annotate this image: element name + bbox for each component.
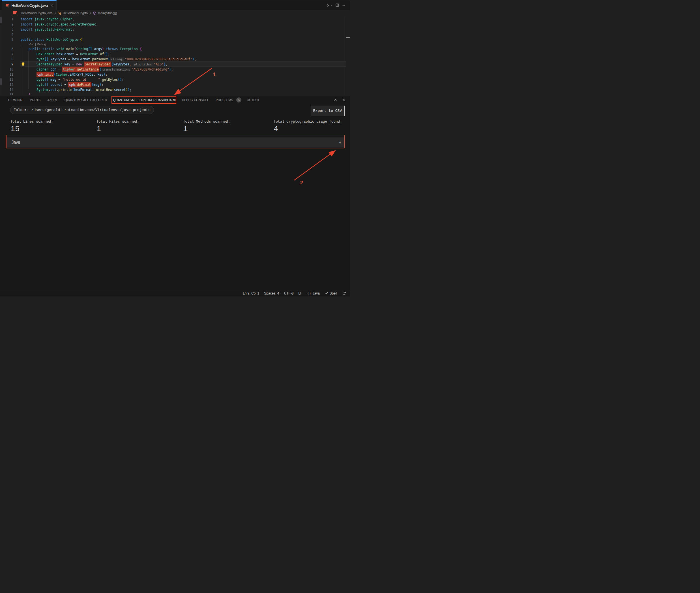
status-cursor-position[interactable]: Ln 9, Col 1 [243, 291, 259, 295]
status-language[interactable]: {}Java [307, 291, 320, 295]
code-editor[interactable]: 1import javax.crypto.Cipher;2import java… [2, 16, 350, 95]
stat-label: Total Files scanned: [96, 120, 183, 124]
braces-icon: {} [307, 291, 311, 295]
stat-total-files-scanned-: Total Files scanned:1 [96, 120, 183, 133]
line-number: 9 [2, 62, 13, 67]
stat-total-lines-scanned-: Total Lines scanned:15 [10, 120, 96, 133]
panel-tab-problems[interactable]: PROBLEMS5 [216, 95, 242, 105]
split-editor-button[interactable] [335, 3, 339, 7]
code-line-14: 14 System.out.println(hexFormat.formatHe… [2, 87, 346, 92]
lightbulb-icon[interactable] [21, 62, 25, 67]
annotation-box-java-accordion [6, 135, 345, 148]
code-line-4: 4 [2, 32, 346, 37]
bell-icon [342, 291, 346, 295]
notifications-bell[interactable] [342, 291, 346, 295]
vscode-window: HelloWorldCrypto.java [0, 0, 350, 296]
stat-value: 15 [10, 125, 96, 133]
codelens-run-debug[interactable]: Run | Debug [20, 42, 46, 46]
line-number: 1 [2, 17, 13, 22]
stat-label: Total cryptographic usage found: [274, 120, 342, 124]
code-line-text: import javax.crypto.Cipher; [20, 17, 74, 22]
chevron-right-icon [53, 11, 57, 15]
symbol-class-icon [58, 11, 61, 15]
chevron-down-icon [331, 4, 333, 6]
status-encoding[interactable]: UTF-8 [284, 291, 294, 295]
code-line-5: 5public class HelloWorldCrypto { [2, 37, 346, 42]
code-line-text: HexFormat hexFormat = HexFormat.of(); [20, 51, 110, 56]
run-button[interactable] [326, 4, 333, 7]
code-line-8: 8 byte[] keyBytes = hexFormat.parseHex(s… [2, 56, 346, 62]
panel-tab-ports[interactable]: PORTS [30, 95, 41, 105]
editor-scrollbar-border [346, 16, 346, 95]
panel-tab-output[interactable]: OUTPUT [247, 95, 259, 105]
tab-helloworldcrypto-java[interactable]: HelloWorldCrypto.java [2, 0, 57, 10]
java-file-icon [5, 3, 10, 8]
code-line-7: 7 HexFormat hexFormat = HexFormat.of(); [2, 51, 346, 56]
problems-badge: 5 [236, 97, 242, 103]
more-actions-button[interactable] [342, 3, 345, 7]
line-number: 8 [2, 56, 13, 62]
export-to-csv-button[interactable]: Export to CSV [311, 106, 345, 116]
codelens-row[interactable]: Run | Debug [2, 42, 346, 46]
code-line-12: 12 byte[] msg = "hello world ".getBytes(… [2, 77, 346, 82]
check-icon [324, 291, 328, 295]
code-line-text: SecretKeySpec key = new SecretKeySpec(ke… [20, 62, 168, 67]
annotation-box-dashboard-tab [112, 96, 176, 104]
code-line-text: public static void main(String[] args) t… [20, 46, 142, 51]
ellipsis-icon [342, 3, 345, 7]
line-number: 6 [2, 46, 13, 51]
code-line-text: import javax.crypto.spec.SecretKeySpec; [20, 22, 98, 27]
code-line-1: 1import javax.crypto.Cipher; [2, 17, 346, 22]
code-line-text: public class HelloWorldCrypto { [20, 37, 82, 42]
overview-ruler-cursor [346, 37, 350, 38]
status-indentation[interactable]: Spaces: 4 [264, 291, 279, 295]
tab-label: HelloWorldCrypto.java [12, 3, 48, 8]
code-line-text: } [20, 92, 31, 95]
panel-tab-terminal[interactable]: TERMINAL [8, 95, 24, 105]
panel-close-button[interactable] [342, 98, 346, 102]
line-number: 13 [2, 82, 13, 87]
stat-total-cryptographic-usage-found-: Total cryptographic usage found:4 [274, 120, 342, 133]
status-bar: Ln 9, Col 1 Spaces: 4 UTF-8 LF {}Java Sp… [0, 290, 350, 297]
crypto-usage-highlight: cph.doFinal [68, 83, 91, 87]
annotation-label-1: 1 [213, 71, 216, 78]
code-line-6: 6 public static void main(String[] args)… [2, 46, 346, 51]
line-number: 12 [2, 77, 13, 82]
status-spell[interactable]: Spell [324, 291, 337, 295]
symbol-method-icon [93, 11, 96, 15]
code-line-2: 2import javax.crypto.spec.SecretKeySpec; [2, 22, 346, 27]
code-line-text: System.out.println(hexFormat.formatHex(s… [20, 87, 132, 92]
editor-tab-bar: HelloWorldCrypto.java [0, 0, 350, 10]
bottom-panel: TERMINALPORTSAZUREQUANTUM SAFE EXPLORERQ… [0, 95, 350, 290]
panel-maximize-chevron[interactable] [334, 98, 338, 102]
split-editor-icon [335, 3, 339, 7]
code-line-11: 11 cph.init(Cipher.ENCRYPT_MODE, key); [2, 72, 346, 77]
crypto-usage-highlight: cph.init [37, 73, 54, 76]
line-number: 15 [2, 92, 13, 95]
panel-tab-debug-console[interactable]: DEBUG CONSOLE [182, 95, 209, 105]
stat-value: 1 [96, 125, 183, 133]
close-icon [342, 98, 346, 102]
code-line-text: cph.init(Cipher.ENCRYPT_MODE, key); [20, 72, 107, 77]
breadcrumb-method[interactable]: main(String[]) [98, 11, 117, 15]
code-line-9: 9 SecretKeySpec key = new SecretKeySpec(… [2, 62, 346, 67]
status-eol[interactable]: LF [299, 291, 302, 295]
code-line-text: byte[] secret = cph.doFinal(msg); [20, 82, 103, 87]
code-line-10: 10 Cipher cph = Cipher.getInstance(trans… [2, 67, 346, 72]
chevron-up-icon [334, 98, 338, 102]
line-number: 7 [2, 51, 13, 56]
breadcrumb-file[interactable]: HelloWorldCrypto.java [21, 11, 53, 15]
annotation-label-2: 2 [300, 180, 303, 186]
crypto-usage-highlight: SecretKeySpec [84, 62, 111, 66]
scan-stats: Total Lines scanned:15Total Files scanne… [10, 120, 342, 133]
breadcrumb: HelloWorldCrypto.java HelloWorldCrypto m… [2, 10, 350, 16]
folder-path-pill: Folder: /Users/gerald.trotmanibm.com/Vir… [10, 106, 154, 114]
code-line-text: Cipher cph = Cipher.getInstance(transfor… [20, 67, 173, 72]
panel-tab-quantum-safe-explorer[interactable]: QUANTUM SAFE EXPLORER [64, 95, 107, 105]
code-line-13: 13 byte[] secret = cph.doFinal(msg); [2, 82, 346, 87]
breadcrumb-class[interactable]: HelloWorldCrypto [63, 11, 88, 15]
tab-close-icon[interactable] [49, 3, 54, 8]
stat-value: 1 [183, 125, 274, 133]
panel-tab-azure[interactable]: AZURE [48, 95, 58, 105]
editor-actions [326, 0, 350, 10]
